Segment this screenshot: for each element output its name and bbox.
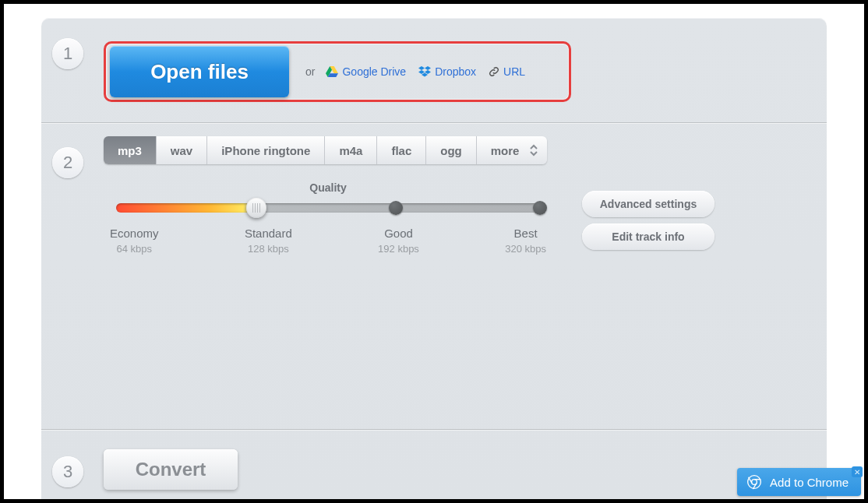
- main-panel: 1 2 3 Open files or Google Drive: [41, 18, 827, 499]
- tab-more[interactable]: more: [477, 136, 548, 164]
- convert-button[interactable]: Convert: [104, 449, 238, 490]
- advanced-settings-button[interactable]: Advanced settings: [582, 191, 715, 217]
- slider-stop-good[interactable]: [389, 201, 403, 215]
- svg-marker-4: [425, 66, 431, 70]
- quality-label-economy: Economy 64 kbps: [110, 227, 159, 255]
- svg-marker-3: [418, 66, 425, 70]
- source-google-drive[interactable]: Google Drive: [326, 65, 406, 78]
- add-to-chrome-label: Add to Chrome: [770, 476, 849, 489]
- slider-stop-best[interactable]: [533, 201, 547, 215]
- tab-mp3[interactable]: mp3: [104, 136, 157, 164]
- quality-label-best: Best 320 kbps: [505, 227, 546, 255]
- tab-flac[interactable]: flac: [377, 136, 426, 164]
- separator: [41, 122, 827, 123]
- edit-track-info-button[interactable]: Edit track info: [582, 223, 715, 250]
- dropbox-icon: [418, 66, 431, 77]
- step-badge-3: 3: [52, 456, 83, 487]
- quality-label-good: Good 192 kbps: [378, 227, 419, 255]
- tab-m4a[interactable]: m4a: [325, 136, 377, 164]
- source-label: URL: [503, 65, 525, 78]
- format-tabs: mp3 wav iPhone ringtone m4a flac ogg mor…: [104, 136, 547, 164]
- quality-slider-track[interactable]: [116, 203, 540, 213]
- tab-iphone-ringtone[interactable]: iPhone ringtone: [207, 136, 325, 164]
- close-icon[interactable]: ✕: [852, 466, 863, 477]
- step-badge-2: 2: [52, 147, 83, 178]
- source-label: Dropbox: [435, 65, 476, 78]
- open-files-button[interactable]: Open files: [110, 46, 289, 97]
- svg-marker-7: [422, 73, 428, 77]
- chevron-up-down-icon: [528, 143, 539, 157]
- source-dropbox[interactable]: Dropbox: [418, 65, 476, 78]
- quality-title: Quality: [110, 181, 546, 194]
- svg-marker-6: [425, 70, 431, 74]
- quality-labels: Economy 64 kbps Standard 128 kbps Good 1…: [110, 227, 546, 255]
- svg-marker-5: [418, 70, 425, 74]
- tab-wav[interactable]: wav: [157, 136, 207, 164]
- or-label: or: [305, 65, 315, 78]
- slider-handle[interactable]: [246, 198, 266, 218]
- quality-label-standard: Standard 128 kbps: [245, 227, 292, 255]
- source-url[interactable]: URL: [489, 65, 525, 78]
- link-icon: [489, 66, 499, 77]
- chrome-icon: [746, 474, 762, 490]
- source-label: Google Drive: [342, 65, 406, 78]
- tab-ogg[interactable]: ogg: [426, 136, 477, 164]
- add-to-chrome-badge[interactable]: Add to Chrome ✕: [737, 468, 861, 496]
- step-badge-1: 1: [52, 38, 83, 69]
- svg-line-11: [749, 477, 753, 484]
- open-files-row: Open files or Google Drive Drop: [104, 41, 571, 102]
- quality-block: Quality Economy 64 kbps Standard 128 kbp…: [110, 181, 546, 255]
- separator: [41, 429, 827, 430]
- google-drive-icon: [326, 66, 338, 77]
- app-frame: 1 2 3 Open files or Google Drive: [4, 4, 864, 499]
